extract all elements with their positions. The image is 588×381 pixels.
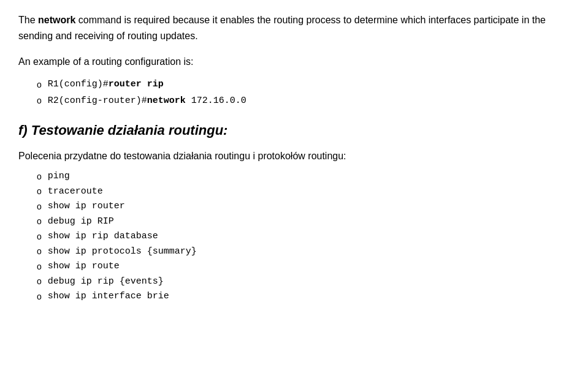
command-show-ip-interface-brie-text: show ip interface brie xyxy=(48,290,169,304)
command-debug-ip-rip-events-text: debug ip rip {events} xyxy=(48,275,164,289)
bullet-debug-ip-rip: o xyxy=(37,215,42,228)
command-ping-text: ping xyxy=(48,170,70,184)
command-debug-ip-rip-text: debug ip RIP xyxy=(48,215,114,229)
command-show-ip-interface-brie: o show ip interface brie xyxy=(37,290,570,304)
commands-list: o ping o traceroute o show ip router o d… xyxy=(37,170,570,304)
intro-paragraph: The network command is required because … xyxy=(18,12,570,43)
bullet-icon-1: o xyxy=(37,78,42,91)
command-traceroute: o traceroute xyxy=(37,185,570,199)
bullet-show-ip-protocols: o xyxy=(37,245,42,258)
bullet-show-ip-route: o xyxy=(37,260,42,273)
command-debug-ip-rip: o debug ip RIP xyxy=(37,215,570,229)
command-show-ip-route-text: show ip route xyxy=(48,260,120,274)
config-example-2: o R2(config-router)#network 172.16.0.0 xyxy=(37,94,570,108)
command-show-ip-protocols-text: show ip protocols {summary} xyxy=(48,245,197,259)
config-line-1: R1(config)#router rip xyxy=(48,78,164,92)
config-example-1: o R1(config)#router rip xyxy=(37,78,570,92)
bullet-show-ip-router: o xyxy=(37,200,42,213)
config-examples: o R1(config)#router rip o R2(config-rout… xyxy=(37,78,570,108)
command-ping: o ping xyxy=(37,170,570,184)
command-traceroute-text: traceroute xyxy=(48,185,103,199)
bullet-show-ip-interface-brie: o xyxy=(37,290,42,303)
network-keyword-2: network xyxy=(147,96,186,106)
bullet-ping: o xyxy=(37,170,42,183)
command-show-ip-protocols: o show ip protocols {summary} xyxy=(37,245,570,259)
command-debug-ip-rip-events: o debug ip rip {events} xyxy=(37,275,570,289)
bullet-icon-2: o xyxy=(37,94,42,107)
testing-intro: Polecenia przydatne do testowania działa… xyxy=(18,149,570,164)
bullet-show-ip-rip-db: o xyxy=(37,230,42,243)
network-keyword: network xyxy=(38,15,75,25)
command-show-ip-router: o show ip router xyxy=(37,200,570,214)
command-show-ip-rip-db: o show ip rip database xyxy=(37,230,570,244)
command-show-ip-router-text: show ip router xyxy=(48,200,125,214)
command-show-ip-rip-db-text: show ip rip database xyxy=(48,230,158,244)
config-line-2: R2(config-router)#network 172.16.0.0 xyxy=(48,94,246,108)
bullet-debug-ip-rip-events: o xyxy=(37,275,42,288)
example-label: An example of a routing configuration is… xyxy=(18,55,570,69)
bullet-traceroute: o xyxy=(37,185,42,198)
testing-heading: f) Testowanie działania routingu: xyxy=(18,120,570,140)
command-show-ip-route: o show ip route xyxy=(37,260,570,274)
router-rip-keyword: router rip xyxy=(109,79,164,89)
